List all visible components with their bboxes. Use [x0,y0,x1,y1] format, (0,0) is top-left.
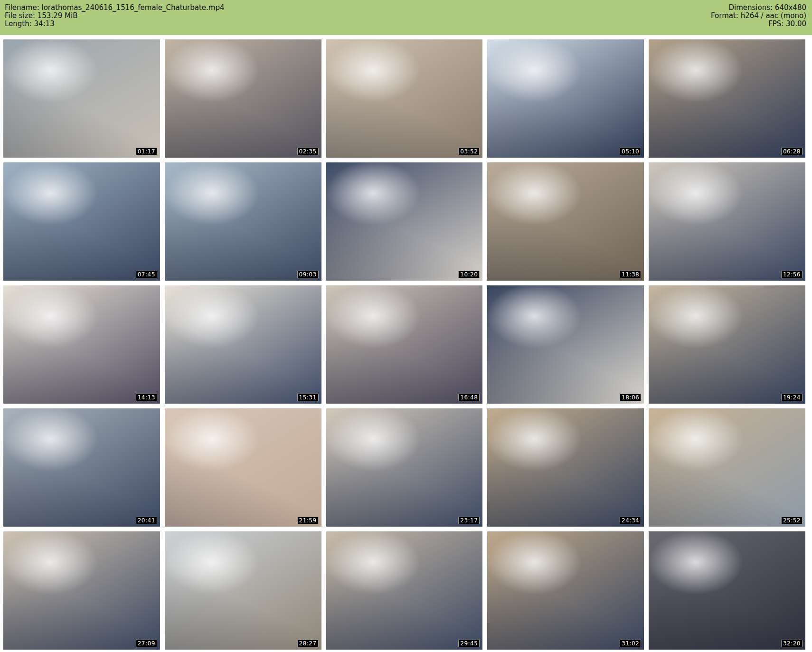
metadata-left-block: Filename: lorathomas_240616_1516_female_… [5,4,225,35]
video-thumbnail: 24:34 [487,408,644,527]
video-thumbnail: 32:20 [649,531,805,650]
timestamp-badge: 09:03 [297,271,319,278]
timestamp-badge: 31:02 [620,640,641,647]
timestamp-badge: 19:24 [781,394,803,401]
fps-line: FPS: 30.00 [711,20,806,28]
timestamp-badge: 06:28 [781,148,803,155]
video-thumbnail: 05:10 [487,39,644,158]
timestamp-badge: 01:17 [136,148,157,155]
timestamp-badge: 21:59 [297,517,319,524]
timestamp-badge: 24:34 [620,517,641,524]
timestamp-badge: 16:48 [458,394,480,401]
timestamp-badge: 10:20 [458,271,480,278]
video-thumbnail: 18:06 [487,285,644,404]
video-thumbnail: 06:28 [649,39,805,158]
timestamp-badge: 15:31 [297,394,319,401]
video-thumbnail: 25:52 [649,408,805,527]
filesize-line: File size: 153.29 MiB [5,12,225,20]
filename-line: Filename: lorathomas_240616_1516_female_… [5,4,225,12]
timestamp-badge: 32:20 [781,640,803,647]
video-thumbnail: 11:38 [487,162,644,281]
video-thumbnail: 19:24 [649,285,805,404]
video-thumbnail: 21:59 [165,408,321,527]
video-thumbnail: 03:52 [326,39,483,158]
length-line: Length: 34:13 [5,20,225,28]
timestamp-badge: 18:06 [620,394,641,401]
metadata-right-block: Dimensions: 640x480 Format: h264 / aac (… [711,4,806,35]
timestamp-badge: 23:17 [458,517,480,524]
video-thumbnail: 10:20 [326,162,483,281]
video-thumbnail: 28:27 [165,531,321,650]
timestamp-badge: 27:09 [136,640,157,647]
timestamp-badge: 29:45 [458,640,480,647]
video-thumbnail: 20:41 [3,408,160,527]
video-thumbnail: 01:17 [3,39,160,158]
timestamp-badge: 03:52 [458,148,480,155]
thumbnail-grid: 01:17 02:35 03:52 05:10 06:28 07:45 09:0… [0,35,812,652]
timestamp-badge: 02:35 [297,148,319,155]
timestamp-badge: 05:10 [620,148,641,155]
timestamp-badge: 25:52 [781,517,803,524]
video-thumbnail: 29:45 [326,531,483,650]
dimensions-line: Dimensions: 640x480 [711,4,806,12]
timestamp-badge: 12:56 [781,271,803,278]
video-thumbnail: 23:17 [326,408,483,527]
video-thumbnail: 07:45 [3,162,160,281]
timestamp-badge: 20:41 [136,517,157,524]
timestamp-badge: 11:38 [620,271,641,278]
timestamp-badge: 14:13 [136,394,157,401]
video-thumbnail: 02:35 [165,39,321,158]
format-line: Format: h264 / aac (mono) [711,12,806,20]
video-thumbnail: 16:48 [326,285,483,404]
timestamp-badge: 28:27 [297,640,319,647]
timestamp-badge: 07:45 [136,271,157,278]
video-thumbnail: 27:09 [3,531,160,650]
video-thumbnail: 31:02 [487,531,644,650]
video-thumbnail: 14:13 [3,285,160,404]
video-thumbnail: 12:56 [649,162,805,281]
video-thumbnail: 09:03 [165,162,321,281]
video-thumbnail: 15:31 [165,285,321,404]
metadata-header: Filename: lorathomas_240616_1516_female_… [0,0,812,35]
